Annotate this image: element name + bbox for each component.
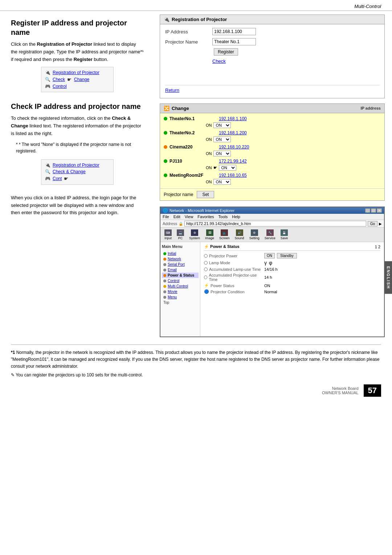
nav-item-control-2[interactable]: 🎮 Cont ☛ xyxy=(45,175,110,182)
input-icon: ⌨ xyxy=(164,229,172,236)
maximize-button[interactable]: □ xyxy=(371,208,376,213)
status-dot-4 xyxy=(164,159,167,163)
status-select-1[interactable]: ONOFF xyxy=(213,122,231,128)
lamp-time-label: Accumulated Lamp-use Time xyxy=(204,267,262,272)
sidebar-dot-movie xyxy=(163,290,166,293)
go-button[interactable]: Go xyxy=(368,221,377,227)
toolbar-service[interactable]: 🔧 Service xyxy=(263,229,277,241)
browser-menubar: File Edit View Favorites Tools Help xyxy=(160,214,384,220)
toolbar-input[interactable]: ⌨ Input xyxy=(163,229,173,241)
panel-title: Registration of Projector xyxy=(172,17,227,22)
status-row-2: ON ONOFF xyxy=(164,136,381,142)
nav-mini-2: 🔌 Registration of Projector 🔍 Check & Ch… xyxy=(41,159,114,185)
projector-name-row-1: TheaterNo.1 192.168.1.100 xyxy=(164,115,381,122)
menu-favorites[interactable]: Favorites xyxy=(197,215,214,219)
sidebar-serial-port[interactable]: Serial Port xyxy=(162,262,199,267)
toolbar-screen[interactable]: 📺 Screen xyxy=(217,229,232,241)
register-button[interactable]: Register xyxy=(214,48,238,56)
ip-address-input[interactable] xyxy=(212,28,256,35)
ip-address-column-label: IP address xyxy=(361,106,381,110)
return-link[interactable]: Return xyxy=(165,85,379,94)
projector-name-input[interactable] xyxy=(212,38,256,45)
sidebar-multi-control[interactable]: Multi Control xyxy=(162,283,199,289)
sidebar-email[interactable]: Email xyxy=(162,267,199,273)
status-select-4[interactable]: ONOFF xyxy=(219,165,236,171)
ip-link-1[interactable]: 192.168.1.100 xyxy=(219,116,266,121)
on-button[interactable]: ON xyxy=(264,253,275,258)
setting-icon: ⚙ xyxy=(251,229,258,236)
sidebar-network[interactable]: Network xyxy=(162,256,199,262)
pc-icon: 💻 xyxy=(177,229,184,236)
projector-row-4: PJ110 172.21.99.142 ON ☛ ONOFF xyxy=(164,158,381,171)
sidebar-menu[interactable]: Menu xyxy=(162,294,199,300)
toolbar-system[interactable]: ⚙ System xyxy=(187,229,202,241)
nav-link-check-change-2[interactable]: Check & Change xyxy=(53,169,86,174)
projector-row-1: TheaterNo.1 192.168.1.100 ON ONOFF xyxy=(164,115,381,128)
browser-title-left: 🌐 Network - Microsoft Internet Explorer xyxy=(163,208,234,213)
sidebar-label-multi: Multi Control xyxy=(168,284,188,288)
footer-network-board: Network Board xyxy=(332,386,359,391)
toolbar-image[interactable]: 🖼 Image xyxy=(203,229,216,241)
menu-file[interactable]: File xyxy=(163,215,169,219)
ip-link-2[interactable]: 192.168.1.200 xyxy=(219,130,266,135)
sidebar-movie[interactable]: Movie xyxy=(162,289,199,294)
section1-text3: button. xyxy=(94,57,108,62)
close-button[interactable]: ✕ xyxy=(377,208,382,213)
sidebar-top[interactable]: Top xyxy=(162,300,199,305)
register-row: Register xyxy=(165,48,379,56)
lamp-mode-label: Lamp Mode xyxy=(204,261,262,265)
page-number: 57 xyxy=(364,384,381,397)
proj-time-label: Accumulated Projector-use Time xyxy=(204,273,262,282)
menu-view[interactable]: View xyxy=(185,215,193,219)
lamp-time-radio-icon xyxy=(204,268,208,271)
standby-button[interactable]: Standby xyxy=(277,253,297,258)
status-row-3: ON ONOFF xyxy=(164,151,381,156)
toolbar-save[interactable]: 💾 Save xyxy=(279,229,290,241)
sidebar-power-status[interactable]: Power & Status xyxy=(162,273,199,278)
nav-item-registration-2[interactable]: 🔌 Registration of Projector xyxy=(45,162,110,168)
page-header: Multi-Control xyxy=(0,0,392,11)
status-select-5[interactable]: ONOFF xyxy=(213,179,231,185)
ip-link-4[interactable]: 172.21.99.142 xyxy=(219,159,266,164)
nav-item-check-1[interactable]: 🔍 Check ☛ Change xyxy=(45,76,110,83)
nav-link-change-1[interactable]: Change xyxy=(74,77,89,82)
projector-icon-1: 🔌 xyxy=(45,70,50,75)
control-icon-1: 🎮 xyxy=(45,84,50,89)
ip-link-5[interactable]: 192.168.10.65 xyxy=(219,173,266,178)
nav-item-control-1[interactable]: 🎮 Control xyxy=(45,83,110,90)
toolbar-pc[interactable]: 💻 PC xyxy=(175,229,186,241)
nav-link-control-2[interactable]: Cont xyxy=(53,176,62,181)
address-label: Address xyxy=(163,221,177,226)
menu-edit[interactable]: Edit xyxy=(173,215,180,219)
status-select-3[interactable]: ONOFF xyxy=(213,151,231,156)
toolbar-setting[interactable]: ⚙ Setting xyxy=(248,229,261,241)
menu-tools[interactable]: Tools xyxy=(219,215,228,219)
english-tab: ENGLISH xyxy=(385,261,392,294)
ip-link-3[interactable]: 192.168.10.220 xyxy=(219,144,266,150)
address-input[interactable] xyxy=(184,221,366,227)
menu-help[interactable]: Help xyxy=(232,215,240,219)
proj-condition-icon: 🔵 xyxy=(204,289,209,294)
minimize-button[interactable]: _ xyxy=(365,208,370,213)
sidebar-control[interactable]: Control xyxy=(162,278,199,283)
section2-para1: To check the registered information, cli… xyxy=(11,115,144,137)
set-button[interactable]: Set xyxy=(197,191,214,198)
sidebar-label-power: Power & Status xyxy=(168,273,194,277)
projector-name-1: TheaterNo.1 xyxy=(170,116,217,121)
nav-link-registration-2[interactable]: Registration of Projector xyxy=(53,163,99,168)
projector-name-row-4: PJ110 172.21.99.142 xyxy=(164,158,381,164)
nav-link-control-1[interactable]: Control xyxy=(53,84,67,89)
sidebar-label-control: Control xyxy=(168,279,179,283)
sidebar-initial[interactable]: Initial xyxy=(162,251,199,256)
status-select-2[interactable]: ONOFF xyxy=(213,136,231,142)
sidebar-label-menu: Menu xyxy=(168,295,177,299)
toolbar-sound[interactable]: 🔊 Sound xyxy=(233,229,246,241)
nav-item-check-2[interactable]: 🔍 Check & Change xyxy=(45,168,110,175)
footnote-1: *1 Normally, the projector in the networ… xyxy=(11,349,381,370)
check-link[interactable]: Check xyxy=(212,58,226,64)
nav-link-check-1[interactable]: Check xyxy=(53,77,65,82)
nav-item-registration-1[interactable]: 🔌 Registration of Projector xyxy=(45,69,110,76)
nav-link-registration-1[interactable]: Registration of Projector xyxy=(53,70,99,75)
status-row-1: ON ONOFF xyxy=(164,122,381,128)
data-row-lamp-mode: Lamp Mode γ φ xyxy=(204,260,380,266)
